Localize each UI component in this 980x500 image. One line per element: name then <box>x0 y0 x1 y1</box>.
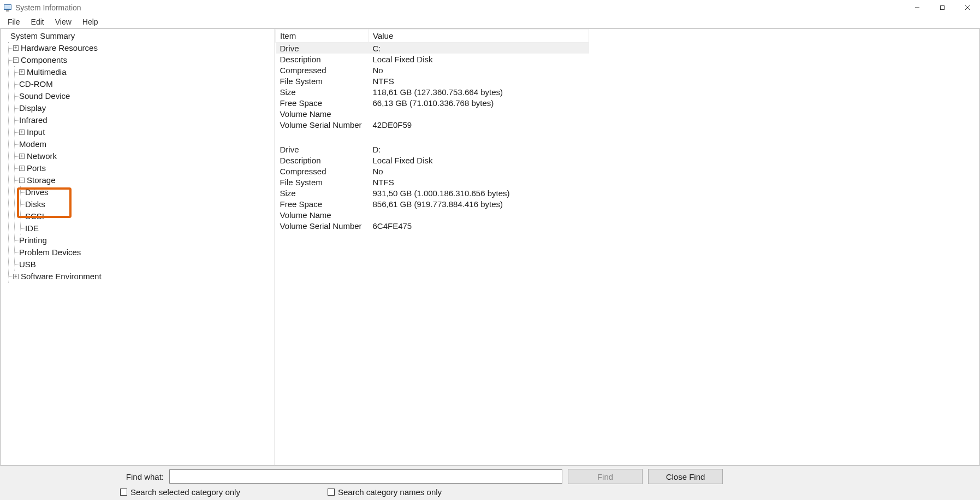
titlebar[interactable]: System Information <box>0 0 980 15</box>
table-row[interactable]: Volume Name <box>276 209 589 220</box>
maximize-button[interactable] <box>930 0 955 15</box>
cell-value: Local Fixed Disk <box>369 54 589 64</box>
cell-value: 6C4FE475 <box>369 220 589 231</box>
tree-input[interactable]: + Input <box>15 126 275 138</box>
tree-multimedia[interactable]: + Multimedia <box>15 66 275 78</box>
tree-storage-scsi[interactable]: SCSI <box>21 210 275 222</box>
table-row[interactable]: Compressed No <box>276 166 589 177</box>
menu-view[interactable]: View <box>50 16 77 27</box>
tree-storage[interactable]: − Storage <box>15 174 275 186</box>
menu-file[interactable]: File <box>2 16 26 27</box>
tree-system-summary[interactable]: System Summary <box>3 30 275 42</box>
tree-cdrom[interactable]: CD-ROM <box>15 78 275 90</box>
plus-icon[interactable]: + <box>13 45 19 51</box>
tree-printing[interactable]: Printing <box>15 234 275 246</box>
table-row[interactable]: Compressed No <box>276 64 589 75</box>
details-header-item[interactable]: Item <box>276 30 369 43</box>
svg-rect-4 <box>941 6 945 10</box>
tree-display[interactable]: Display <box>15 102 275 114</box>
checkbox-label: Search category names only <box>338 487 442 497</box>
minus-icon[interactable]: − <box>13 57 19 63</box>
table-row[interactable]: Size 118,61 GB (127.360.753.664 bytes) <box>276 86 589 97</box>
cell-item: Volume Name <box>276 209 369 220</box>
plus-icon[interactable]: + <box>13 274 19 279</box>
checkbox-label: Search selected category only <box>130 487 240 497</box>
tree-label: Printing <box>19 234 47 246</box>
plus-icon[interactable]: + <box>19 69 25 75</box>
plus-icon[interactable]: + <box>19 166 25 171</box>
svg-rect-2 <box>6 10 9 11</box>
checkbox-icon <box>120 489 127 496</box>
tree-label: SCSI <box>25 210 44 222</box>
close-button[interactable] <box>955 0 980 15</box>
find-label: Find what: <box>5 472 169 481</box>
cell-item: Drive <box>276 43 369 54</box>
find-input[interactable] <box>169 469 562 484</box>
menubar: File Edit View Help <box>0 15 980 28</box>
details-pane[interactable]: Item Value Drive C: Description Local Fi… <box>275 29 980 465</box>
cell-value: C: <box>369 43 589 54</box>
checkbox-icon <box>328 489 335 496</box>
tree-pane[interactable]: System Summary + Hardware Resources − Co… <box>0 29 275 465</box>
find-bar: Find what: Find Close Find Search select… <box>0 466 980 500</box>
cell-item: Compressed <box>276 64 369 75</box>
table-row[interactable]: Free Space 66,13 GB (71.010.336.768 byte… <box>276 97 589 108</box>
tree-problem-devices[interactable]: Problem Devices <box>15 246 275 258</box>
cell-item: Size <box>276 187 369 198</box>
tree-storage-ide[interactable]: IDE <box>21 222 275 234</box>
cell-value: 856,61 GB (919.773.884.416 bytes) <box>369 198 589 209</box>
tree-storage-drives[interactable]: Drives <box>21 186 275 198</box>
table-row[interactable]: Volume Name <box>276 108 589 119</box>
table-row[interactable]: Description Local Fixed Disk <box>276 54 589 64</box>
cell-item: File System <box>276 177 369 187</box>
tree-label: USB <box>19 258 36 270</box>
menu-help[interactable]: Help <box>77 16 104 27</box>
table-row[interactable]: File System NTFS <box>276 75 589 86</box>
tree-label: Ports <box>27 162 46 174</box>
tree-infrared[interactable]: Infrared <box>15 114 275 126</box>
cell-value: 42DE0F59 <box>369 119 589 130</box>
tree-label: Disks <box>25 198 45 210</box>
cell-item: Volume Name <box>276 108 369 119</box>
checkbox-selected-category[interactable]: Search selected category only <box>120 487 240 497</box>
tree-usb[interactable]: USB <box>15 258 275 270</box>
table-row[interactable]: Size 931,50 GB (1.000.186.310.656 bytes) <box>276 187 589 198</box>
plus-icon[interactable]: + <box>19 154 25 159</box>
cell-item: Size <box>276 86 369 97</box>
cell-item: Free Space <box>276 198 369 209</box>
cell-value: No <box>369 166 589 177</box>
tree-label: Display <box>19 102 46 114</box>
tree-sound-device[interactable]: Sound Device <box>15 90 275 102</box>
close-find-button[interactable]: Close Find <box>648 469 723 484</box>
table-row[interactable]: Volume Serial Number 42DE0F59 <box>276 119 589 130</box>
tree-modem[interactable]: Modem <box>15 138 275 150</box>
table-row[interactable]: Description Local Fixed Disk <box>276 155 589 166</box>
tree-label: Network <box>27 150 57 162</box>
find-button[interactable]: Find <box>568 469 643 484</box>
cell-item: File System <box>276 75 369 86</box>
cell-value: 118,61 GB (127.360.753.664 bytes) <box>369 86 589 97</box>
tree-label: Input <box>27 126 45 138</box>
details-header-value[interactable]: Value <box>369 30 589 43</box>
cell-value: D: <box>369 144 589 155</box>
menu-edit[interactable]: Edit <box>26 16 50 27</box>
minus-icon[interactable]: − <box>19 178 25 183</box>
window-controls <box>905 0 980 15</box>
tree-network[interactable]: + Network <box>15 150 275 162</box>
table-row[interactable]: Drive C: <box>276 43 589 54</box>
tree-ports[interactable]: + Ports <box>15 162 275 174</box>
tree-components[interactable]: − Components <box>9 54 275 66</box>
tree-label: Modem <box>19 138 46 150</box>
table-row[interactable]: File System NTFS <box>276 177 589 187</box>
table-row[interactable]: Drive D: <box>276 144 589 155</box>
checkbox-category-names[interactable]: Search category names only <box>328 487 442 497</box>
minimize-button[interactable] <box>905 0 930 15</box>
table-row[interactable]: Volume Serial Number 6C4FE475 <box>276 220 589 231</box>
details-table: Item Value Drive C: Description Local Fi… <box>275 29 589 231</box>
cell-item: Compressed <box>276 166 369 177</box>
table-row[interactable]: Free Space 856,61 GB (919.773.884.416 by… <box>276 198 589 209</box>
plus-icon[interactable]: + <box>19 130 25 135</box>
tree-hardware-resources[interactable]: + Hardware Resources <box>9 42 275 54</box>
tree-software-environment[interactable]: + Software Environment <box>9 270 275 283</box>
tree-storage-disks[interactable]: Disks <box>21 198 275 210</box>
